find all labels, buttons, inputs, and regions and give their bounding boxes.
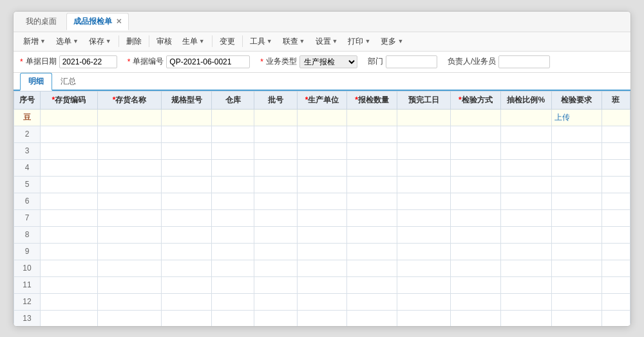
table-row[interactable]: 豆上传 (14, 109, 630, 126)
cell-req (552, 276, 602, 293)
cell-req (552, 126, 602, 142)
dept-input[interactable] (386, 55, 437, 68)
cell-req (552, 310, 602, 326)
number-input[interactable] (166, 55, 250, 68)
cell-seq: 13 (14, 310, 41, 326)
col-header-warehouse: 仓库 (211, 91, 254, 109)
table-row[interactable]: 13 (14, 310, 630, 326)
table-row[interactable]: 8 (14, 226, 630, 243)
more-button[interactable]: 更多 ▼ (376, 34, 408, 49)
cell-spec (162, 109, 212, 126)
table-row[interactable]: 4 (14, 159, 630, 176)
new-button[interactable]: 新增 ▼ (19, 34, 50, 49)
cell-warehouse (211, 226, 254, 243)
cell-qty (347, 126, 397, 142)
tab-my-desktop[interactable]: 我的桌面 (19, 13, 64, 30)
cell-qty (347, 159, 397, 176)
owner-input[interactable] (498, 55, 550, 68)
tools-arrow-icon: ▼ (267, 38, 272, 44)
change-button[interactable]: 变更 (215, 34, 240, 49)
cell-unit (297, 193, 347, 209)
table-row[interactable]: 7 (14, 209, 630, 226)
cell-code (40, 159, 97, 176)
cell-ratio (500, 176, 551, 193)
connect-button[interactable]: 联查 ▼ (278, 34, 310, 49)
cell-date (397, 243, 450, 260)
owner-field: 负责人/业务员 (448, 55, 550, 68)
cell-seq: 10 (14, 260, 41, 276)
settings-button[interactable]: 设置 ▼ (311, 34, 343, 49)
delete-button[interactable]: 删除 (122, 34, 146, 49)
review-button[interactable]: 审核 (152, 34, 176, 49)
cell-ratio (500, 159, 551, 176)
cell-batch (254, 209, 297, 226)
table-row[interactable]: 9 (14, 243, 630, 260)
biztype-field: * 业务类型 生产报检 (260, 55, 357, 68)
cell-qty (347, 109, 397, 126)
tools-button[interactable]: 工具 ▼ (245, 34, 277, 49)
cell-class (601, 209, 630, 226)
cell-ratio (500, 193, 551, 209)
cell-code (40, 176, 97, 193)
table-row[interactable]: 6 (14, 193, 630, 209)
cell-warehouse (211, 109, 254, 126)
cell-class (601, 260, 630, 276)
cell-seq: 9 (14, 243, 41, 260)
cell-batch (254, 193, 297, 209)
cell-class (601, 193, 630, 209)
cell-spec (162, 142, 212, 159)
cell-req (552, 176, 602, 193)
cell-name (97, 193, 162, 209)
cell-qty (347, 310, 397, 326)
cell-unit (297, 260, 347, 276)
date-input[interactable] (59, 55, 117, 68)
sub-tab-summary[interactable]: 汇总 (52, 73, 84, 90)
cell-code (40, 209, 97, 226)
cell-spec (162, 243, 212, 260)
cell-code (40, 142, 97, 159)
cell-qty (347, 193, 397, 209)
tab-close-icon[interactable]: ✕ (116, 17, 122, 26)
cell-warehouse (211, 310, 254, 326)
cell-spec (162, 260, 212, 276)
cell-class (601, 142, 630, 159)
biztype-select[interactable]: 生产报检 (299, 55, 357, 68)
cell-warehouse (211, 159, 254, 176)
cell-seq: 2 (14, 126, 41, 142)
tab-quality-report[interactable]: 成品报检单 ✕ (66, 13, 129, 30)
connect-arrow-icon: ▼ (299, 38, 305, 44)
cell-seq: 3 (14, 142, 41, 159)
cell-batch (254, 159, 297, 176)
cell-batch (254, 176, 297, 193)
table-row[interactable]: 12 (14, 293, 630, 310)
select-button[interactable]: 选单 ▼ (52, 34, 83, 49)
cell-ratio (500, 226, 551, 243)
cell-spec (162, 176, 212, 193)
table-row[interactable]: 3 (14, 142, 630, 159)
upload-link[interactable]: 上传 (554, 113, 570, 122)
table-row[interactable]: 11 (14, 276, 630, 293)
col-header-spec: 规格型号 (162, 91, 212, 109)
cell-ratio (500, 109, 551, 126)
table-row[interactable]: 5 (14, 176, 630, 193)
cell-name (97, 293, 162, 310)
table-row[interactable]: 10 (14, 260, 630, 276)
cell-ratio (500, 310, 551, 326)
table-row[interactable]: 2 (14, 126, 630, 142)
print-arrow-icon: ▼ (365, 38, 370, 44)
cell-class (601, 310, 630, 326)
save-button[interactable]: 保存 ▼ (84, 34, 116, 49)
cell-spec (162, 310, 212, 326)
cell-method (451, 260, 501, 276)
date-field: * 单据日期 (20, 55, 117, 68)
cell-warehouse (211, 209, 254, 226)
generate-button[interactable]: 生单 ▼ (178, 34, 209, 49)
print-button[interactable]: 打印 ▼ (343, 34, 375, 49)
cell-unit (297, 276, 347, 293)
cell-batch (254, 142, 297, 159)
sub-tab-detail[interactable]: 明细 (20, 73, 52, 91)
cell-date (397, 293, 450, 310)
cell-date (397, 310, 450, 326)
col-header-seq: 序号 (14, 91, 41, 109)
cell-date (397, 176, 450, 193)
